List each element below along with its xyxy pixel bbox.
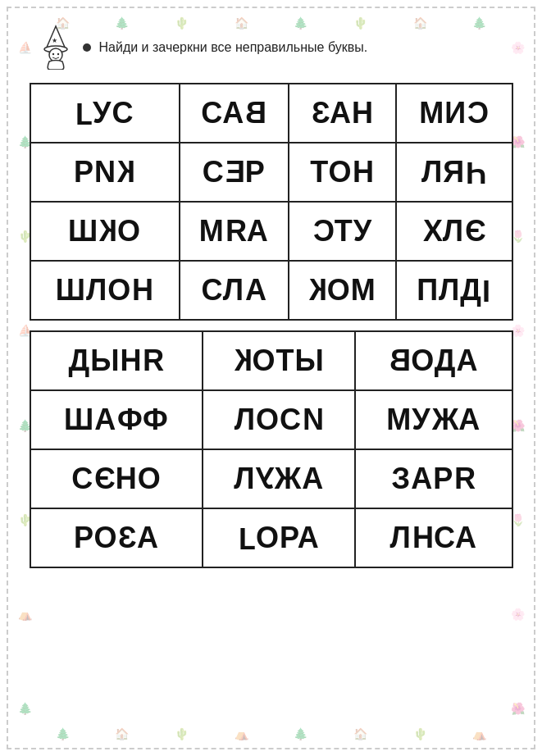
mirrored-char: Э [464,214,486,248]
mirrored-char: І [482,273,491,307]
cell-r1c1: ГУС [30,84,180,143]
cell2-r3c1: СЭНО [30,449,203,508]
cell-r1c4: МИС [396,84,512,143]
cell-r4c2: СЛА [180,261,289,320]
mirrored-char: С [467,96,489,130]
grid-table-1: ГУС САВ ЗАН МИС [30,83,513,321]
table-row: ШЛОН СЛА КОМ ПЛДІ [30,261,512,320]
cell-r3c4: ХЛЭ [396,202,512,261]
mirrored-char: Е [225,155,245,189]
table-row: ДЫНЯ КОТЫ ВОДА [30,331,512,390]
wizard-icon: ★ [38,25,75,70]
instruction-row: ★ Найди и зачеркни все неправильные букв… [30,25,513,70]
mirrored-char: У [255,462,274,496]
page: ⛵ 🌲 🌵 ⛵ 🌲 🌵 ⛺ 🌲 🌸 🌺 🌷 🌸 🌺 🌷 🌸 🌺 🏠 🌲 🌵 🏠 … [0,0,542,756]
grid-table-2: ДЫНЯ КОТЫ ВОДА ШАФФ ЛОСИ [30,330,513,568]
svg-text:★: ★ [52,37,57,44]
cell2-r1c2: КОТЫ [203,331,355,390]
mirrored-char: Г [239,521,256,555]
svg-point-3 [52,53,53,55]
svg-point-2 [49,48,62,61]
mirrored-char: Ч [465,155,486,189]
cell-r3c1: ШКО [30,202,180,261]
svg-point-4 [57,53,58,55]
cell-r3c2: МЯА [180,202,289,261]
mirrored-char: К [234,344,253,378]
cell-r2c3: ТОН [289,143,396,202]
cell-r1c3: ЗАН [289,84,396,143]
cell2-r4c2: ГОРА [203,508,355,567]
table-row: РNК СЕР ТОН ЛЯЧ [30,143,512,202]
cell-r2c2: СЕР [180,143,289,202]
mirrored-char: Ф [116,403,143,437]
cell2-r4c3: ЛНСА [355,508,512,567]
main-content: ★ Найди и зачеркни все неправильные букв… [30,25,513,568]
cell2-r2c1: ШАФФ [30,390,203,449]
mirrored-char: З [311,96,330,130]
mirrored-char: И [302,403,324,437]
table-row: ГУС САВ ЗАН МИС [30,84,512,143]
cell-r4c1: ШЛОН [30,261,180,320]
mirrored-char: Х [422,214,443,248]
cell-r2c1: РNК [30,143,180,202]
mirrored-char: З [117,521,137,555]
cell2-r3c2: ЛУЖА [203,449,355,508]
table-row: РОЗА ГОРА ЛНСА [30,508,512,567]
cell-r4c3: КОМ [289,261,396,320]
cell-r3c3: СТУ [289,202,396,261]
cell2-r1c1: ДЫНЯ [30,331,203,390]
mirrored-char: Н [352,155,374,189]
mirrored-char: А [244,273,266,307]
mirrored-char: К [116,155,135,189]
cell2-r3c3: ЗАРЯ [355,449,512,508]
cell-r4c4: ПЛДІ [396,261,512,320]
mirrored-char: Я [453,462,476,496]
mirrored-char: Э [93,462,116,496]
cell2-r1c3: ВОДА [355,331,512,390]
bullet [83,43,91,52]
table-row: ШАФФ ЛОСИ МУЖА [30,390,512,449]
mirrored-char: Г [75,96,93,130]
mirrored-char: В [389,344,411,378]
table-row: ШКО МЯА СТУ ХЛЭ [30,202,512,261]
mirrored-char: В [244,96,266,130]
cell-r1c2: САВ [180,84,289,143]
mirrored-char: Я [142,344,164,378]
cell2-r4c1: РОЗА [30,508,203,567]
mirrored-char: Я [225,214,247,248]
cell-r2c4: ЛЯЧ [396,143,512,202]
instruction-text: Найди и зачеркни все неправильные буквы. [99,40,368,55]
mirrored-char: К [308,273,327,307]
mirrored-char: Н [131,273,153,307]
mirrored-char: Н [412,521,434,555]
mirrored-char: С [312,214,335,248]
deco-bottom: 🌲 🏠 🌵 ⛺ 🌲 🏠 🌵 ⛺ [33,719,509,748]
mirrored-char: К [98,214,117,248]
table-row: СЭНО ЛУЖА ЗАРЯ [30,449,512,508]
mirrored-char: Ж [431,403,459,437]
cell2-r2c3: МУЖА [355,390,512,449]
cell2-r2c2: ЛОСИ [203,390,355,449]
